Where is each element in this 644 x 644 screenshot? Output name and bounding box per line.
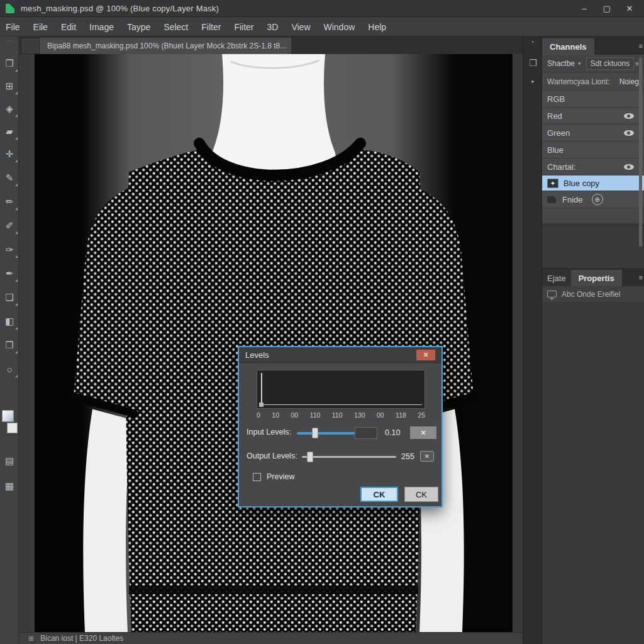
brush-tool[interactable]: ✐: [0, 216, 19, 235]
histogram-tick-labels: 0 10 00 110 110 130 00 118 25: [257, 411, 425, 419]
panel-grid-button[interactable]: ▦: [0, 477, 19, 496]
pen-tool[interactable]: ❒: [0, 336, 19, 355]
menu-type[interactable]: Taype: [127, 22, 150, 32]
marquee-tool[interactable]: ⊞: [0, 77, 19, 96]
channel-label: Fnide: [562, 195, 583, 204]
color-swatches[interactable]: [1, 409, 19, 444]
dialog-buttons-row: CK CK: [239, 487, 441, 503]
menu-filter[interactable]: Filter: [201, 22, 221, 32]
channel-label: Blue copy: [564, 179, 599, 188]
menu-fiiter[interactable]: Fiiter: [234, 22, 253, 32]
mode-caret-icon: ▾: [578, 60, 581, 67]
document-tab-label: Bipa88 mesh_masking.psd 100% (Bhuet Laye…: [47, 42, 286, 50]
menu-view[interactable]: View: [291, 22, 310, 32]
shape-tool[interactable]: ▰: [0, 122, 19, 141]
collapse-arrow-icon[interactable]: ▸: [523, 78, 543, 84]
dialog-close-button[interactable]: ✕: [416, 350, 435, 360]
flyout-arrow-icon: [15, 279, 18, 282]
minimize-button[interactable]: –: [577, 3, 591, 14]
move-tool[interactable]: ❐: [0, 54, 19, 73]
menu-window[interactable]: Window: [324, 22, 355, 32]
input-slider-handle[interactable]: [312, 428, 318, 438]
collapse-bar-icon[interactable]: ▪: [523, 39, 543, 45]
channel-row-chartal[interactable]: Chartal:: [542, 158, 644, 175]
channels-info-row: Wartemcyaa Liont: Noieg: [542, 73, 644, 91]
input-value-field[interactable]: [355, 427, 377, 439]
menu-bar: File Eile Edit Image Taype Select Filter…: [0, 18, 644, 36]
channel-row-rgb[interactable]: RGB: [542, 91, 644, 108]
input-clear-button[interactable]: ✕: [410, 426, 436, 439]
properties-row[interactable]: Abc Onde Ereifiel: [542, 286, 644, 303]
visibility-eye-icon[interactable]: [624, 164, 634, 170]
menu-eile[interactable]: Eile: [33, 22, 48, 32]
window-title: mesh_masking.psd @ 100% (Blue copy/Layer…: [21, 4, 219, 13]
status-text[interactable]: Bican iost | E320 Laoltes: [40, 634, 123, 643]
menu-3d[interactable]: 3D: [267, 22, 279, 32]
cancel-button[interactable]: CK: [404, 487, 438, 502]
preview-checkbox[interactable]: [253, 473, 261, 481]
layer-mask-thumbnail[interactable]: ✦: [547, 179, 558, 188]
background-color-swatch[interactable]: [7, 423, 18, 433]
channels-scrollbar[interactable]: [639, 58, 642, 247]
menu-edit[interactable]: Edit: [61, 22, 76, 32]
ok-button[interactable]: CK: [360, 487, 398, 502]
clone-stamp-tool[interactable]: ✑: [0, 240, 19, 259]
properties-row-label: Abc Onde Ereifiel: [562, 290, 620, 299]
histogram-x-axis: [261, 404, 422, 406]
output-clear-button[interactable]: ✕: [420, 451, 434, 462]
input-levels-slider[interactable]: [297, 432, 355, 435]
eyedropper-tool[interactable]: ✎: [0, 169, 19, 187]
flyout-arrow-icon: [15, 327, 18, 330]
eraser-tool[interactable]: ✒: [0, 264, 19, 283]
channel-row-green[interactable]: Green: [542, 125, 644, 142]
move-tool-icon: ❐: [5, 58, 13, 69]
foreground-color-swatch[interactable]: [2, 410, 14, 422]
menu-file[interactable]: File: [6, 22, 20, 32]
tab-ejate[interactable]: Ejate: [542, 270, 571, 286]
tab-properties[interactable]: Propertis: [571, 270, 622, 286]
output-levels-slider[interactable]: [302, 456, 396, 458]
document-tab[interactable]: Bipa88 mesh_masking.psd 100% (Bhuet Laye…: [40, 38, 291, 54]
visibility-eye-icon[interactable]: [624, 130, 634, 136]
channels-info-label: Wartemcyaa Liont:: [547, 77, 610, 86]
channels-panel-menu-icon[interactable]: ≡: [639, 42, 644, 50]
document-tab-bar: Bipa88 mesh_masking.psd 100% (Bhuet Laye…: [19, 36, 523, 54]
levels-dialog-titlebar[interactable]: Levels ✕: [239, 347, 441, 363]
app-file-icon: [6, 4, 14, 13]
flyout-arrow-icon: [15, 303, 18, 306]
visibility-eye-icon[interactable]: [624, 113, 634, 119]
menu-select[interactable]: Select: [164, 22, 188, 32]
healing-brush-tool[interactable]: ✏: [0, 192, 19, 211]
collapse-panel-icon[interactable]: ❒: [523, 58, 543, 68]
crop-tool[interactable]: ✛: [0, 145, 19, 164]
type-tool[interactable]: ○: [0, 360, 19, 379]
output-slider-handle[interactable]: [307, 452, 313, 462]
channel-row-fnide[interactable]: Fnide ⊕: [542, 191, 644, 208]
channel-row-blue-copy[interactable]: ✦ Blue copy: [542, 175, 644, 191]
brush-tool-icon: ✐: [6, 220, 14, 231]
flyout-arrow-icon: [15, 92, 18, 94]
channel-label: Red: [547, 111, 562, 121]
properties-panel-menu-icon[interactable]: ≡: [639, 274, 644, 281]
close-button[interactable]: ✕: [623, 3, 636, 14]
menu-help[interactable]: Help: [368, 22, 386, 32]
channel-label: Chartal:: [547, 162, 576, 172]
dodge-tool[interactable]: ◧: [0, 312, 19, 331]
gradient-tool[interactable]: ❏: [0, 288, 19, 307]
flyout-arrow-icon: [15, 137, 18, 140]
canvas-area[interactable]: [19, 54, 523, 632]
channel-row-blue[interactable]: Blue: [542, 142, 644, 158]
panel-list-button[interactable]: ▤: [0, 452, 19, 470]
status-doc-icon: ⊞: [28, 635, 34, 643]
window-controls: – ▢ ✕: [577, 3, 644, 14]
channel-row-red[interactable]: Red: [542, 108, 644, 125]
menu-image[interactable]: Image: [89, 22, 114, 32]
preview-row: Preview: [239, 471, 441, 485]
lasso-tool[interactable]: ◈: [0, 99, 19, 118]
tab-channels[interactable]: Channels: [542, 38, 594, 55]
flyout-arrow-icon: [15, 208, 18, 210]
badge-glyph: ⊕: [594, 196, 599, 203]
maximize-button[interactable]: ▢: [600, 3, 614, 14]
channels-mode-dropdown[interactable]: Sdt cktuons: [586, 57, 635, 70]
histogram-origin-handle[interactable]: [259, 402, 264, 407]
